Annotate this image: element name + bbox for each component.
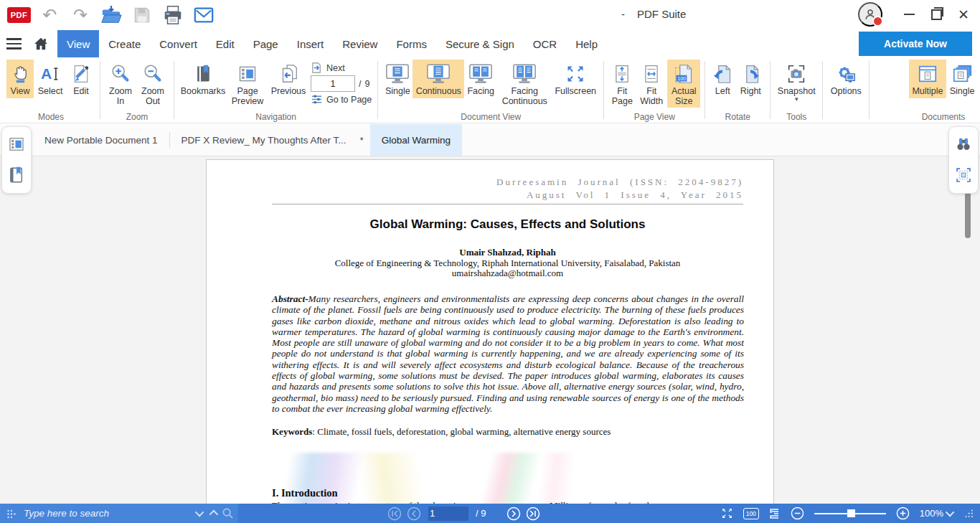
print-button[interactable]: [161, 4, 185, 27]
select-text-icon: A: [39, 64, 61, 84]
home-icon: [33, 36, 49, 52]
ribbon-group-tools: Snapshot ▾ Tools: [773, 57, 820, 123]
journal-line-1: Durreesamin Journal (ISSN: 2204-9827): [496, 176, 743, 189]
bookmarks-panel-button[interactable]: [6, 164, 27, 186]
bookmarks-button[interactable]: Bookmarks: [179, 60, 227, 98]
single-view-icon: [385, 63, 410, 85]
user-account-button[interactable]: [858, 2, 882, 27]
zoom-in-status-button[interactable]: [896, 506, 910, 520]
menu-tab-insert[interactable]: Insert: [288, 30, 334, 57]
zoom-in-button[interactable]: Zoom In: [105, 60, 136, 108]
section-heading-introduction: I. Introduction: [272, 487, 338, 499]
rotate-left-button[interactable]: Left: [710, 60, 735, 98]
zoom-out-status-button[interactable]: [791, 506, 804, 520]
go-to-page-button[interactable]: Go to Page: [311, 93, 372, 105]
right-panel-launcher: [948, 126, 979, 194]
group-label-document-view: Document View: [380, 112, 601, 122]
open-button[interactable]: [99, 4, 123, 27]
fit-page-button[interactable]: Fit Page: [608, 60, 636, 108]
save-button[interactable]: [130, 4, 154, 27]
menu-tab-help[interactable]: Help: [566, 30, 607, 57]
actual-size-status-button[interactable]: 100: [743, 508, 759, 519]
view-mode-button[interactable]: View: [6, 60, 34, 98]
search-next-chevron-icon[interactable]: [209, 510, 219, 519]
minimize-button[interactable]: [897, 2, 921, 27]
menu-tab-forms[interactable]: Forms: [387, 30, 436, 57]
home-button[interactable]: [27, 30, 55, 57]
document-search-input[interactable]: [22, 507, 192, 519]
redo-icon: ↷: [73, 7, 88, 23]
facing-continuous-view-button[interactable]: Facing Continuous: [497, 60, 552, 108]
rotate-right-button[interactable]: Right: [735, 60, 765, 98]
ribbon-separator: [100, 61, 100, 119]
menu-tab-page[interactable]: Page: [244, 30, 288, 57]
vertical-scrollbar-thumb[interactable]: [965, 191, 971, 238]
ribbon-separator: [377, 61, 378, 119]
previous-page-status-button[interactable]: [407, 506, 421, 521]
options-button[interactable]: Options: [827, 60, 864, 98]
zoom-slider-thumb[interactable]: [847, 509, 855, 517]
page-number-input[interactable]: [311, 75, 355, 92]
menu-tab-edit[interactable]: Edit: [207, 30, 244, 57]
actual-size-button[interactable]: 100 Actual Size: [667, 60, 700, 108]
search-panel-button[interactable]: [953, 134, 974, 154]
search-previous-chevron-icon[interactable]: [195, 508, 204, 517]
print-icon: [162, 4, 184, 26]
snapshot-panel-button[interactable]: [953, 164, 974, 186]
group-label-tools: Tools: [773, 112, 820, 122]
fit-width-status-button[interactable]: [769, 508, 781, 519]
next-page-button[interactable]: Next: [311, 62, 372, 74]
activate-now-button[interactable]: Activate Now: [859, 32, 972, 56]
zoom-level-dropdown[interactable]: 100%: [920, 508, 954, 519]
ribbon-separator: [174, 61, 174, 119]
window-title: - PDF Suite: [621, 8, 686, 20]
open-folder-icon: [100, 4, 122, 26]
menu-tab-review[interactable]: Review: [333, 30, 387, 57]
search-zone: [0, 504, 238, 523]
fullscreen-status-button[interactable]: [721, 507, 733, 519]
menu-tab-create[interactable]: Create: [99, 30, 150, 57]
first-page-button[interactable]: [387, 506, 402, 521]
menu-tab-convert[interactable]: Convert: [150, 30, 207, 57]
current-page-input[interactable]: [428, 506, 468, 521]
single-view-button[interactable]: Single: [382, 60, 413, 98]
document-viewport: Durreesamin Journal (ISSN: 2204-9827) Au…: [0, 156, 980, 504]
menu-tab-secure-sign[interactable]: Secure & Sign: [436, 30, 524, 57]
document-tab-3-active[interactable]: Global Warming: [370, 124, 462, 156]
email-button[interactable]: [192, 4, 216, 27]
hamburger-menu-button[interactable]: [0, 30, 27, 57]
zoom-slider[interactable]: [814, 513, 886, 514]
edit-mode-button[interactable]: Edit: [67, 60, 95, 98]
fit-width-button[interactable]: Fit Width: [636, 60, 667, 108]
snapshot-button[interactable]: Snapshot ▾: [775, 60, 818, 103]
multiple-documents-button[interactable]: Multiple: [909, 60, 946, 98]
page-preview-button[interactable]: Page Preview: [227, 60, 268, 108]
zoom-controls: 100: [721, 506, 980, 520]
fit-width-icon: [642, 63, 661, 85]
select-mode-button[interactable]: A Select: [34, 60, 67, 98]
fullscreen-button[interactable]: Fullscreen: [552, 60, 599, 98]
pencil-icon: [71, 63, 91, 85]
facing-view-button[interactable]: Facing: [464, 60, 497, 98]
undo-button[interactable]: ↶: [37, 4, 62, 27]
document-tab-1[interactable]: New Portable Document 1: [33, 124, 169, 156]
zoom-in-plus-icon: [896, 506, 910, 520]
bookmarks-icon: [193, 63, 213, 85]
document-tab-2[interactable]: PDF X Review_ My Thoughts After T...: [170, 124, 358, 156]
redo-button[interactable]: ↷: [68, 4, 93, 27]
next-page-status-button[interactable]: [507, 506, 521, 521]
continuous-view-button[interactable]: Continuous: [413, 60, 464, 98]
zoom-out-button[interactable]: Zoom Out: [136, 60, 169, 108]
page-thumbnails-panel-button[interactable]: [6, 134, 27, 154]
last-page-button[interactable]: [526, 506, 540, 521]
minimize-icon: [904, 14, 915, 15]
close-button[interactable]: ✕: [951, 2, 976, 27]
restore-button[interactable]: [924, 2, 948, 27]
single-document-button[interactable]: Single: [946, 60, 978, 98]
menu-tab-view[interactable]: View: [57, 30, 99, 57]
thumbnails-panel-icon: [7, 136, 26, 153]
search-icon[interactable]: [222, 507, 234, 519]
resize-grip-icon: [964, 509, 974, 518]
menu-tab-ocr[interactable]: OCR: [524, 30, 566, 57]
previous-page-button[interactable]: Previous: [268, 60, 309, 98]
